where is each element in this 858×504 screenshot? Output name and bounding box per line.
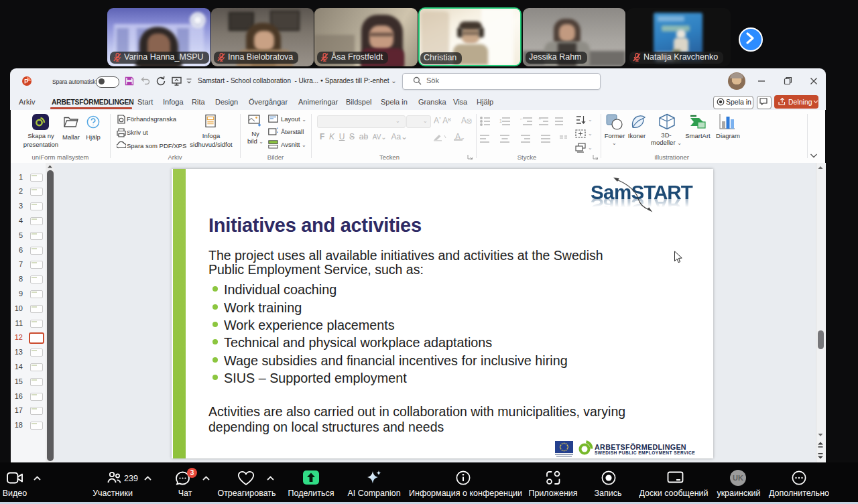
svg-text:1: 1 xyxy=(499,119,502,123)
svg-text:←: ← xyxy=(519,116,524,121)
svg-text:→: → xyxy=(537,116,542,121)
